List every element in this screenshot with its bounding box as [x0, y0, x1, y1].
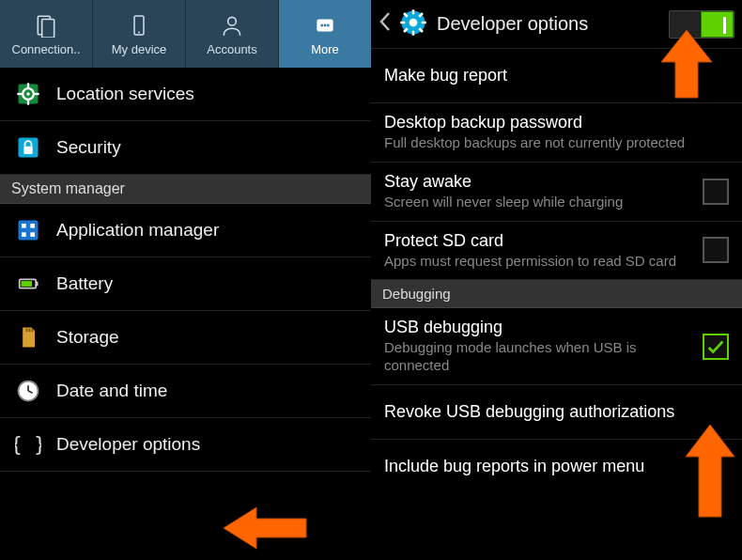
setting-subtitle: Debugging mode launches when USB is conn… — [384, 339, 693, 375]
gear-icon[interactable] — [399, 8, 427, 40]
usb-debugging-row[interactable]: USB debugging Debugging mode launches wh… — [371, 308, 742, 385]
developer-options-row[interactable]: { } Developer options — [0, 418, 371, 472]
svg-rect-21 — [22, 232, 26, 237]
svg-rect-22 — [30, 232, 35, 237]
svg-marker-33 — [224, 507, 306, 549]
more-icon — [312, 12, 338, 39]
application-manager-row[interactable]: Application manager — [0, 204, 371, 257]
connections-icon — [33, 12, 59, 39]
setting-title: Desktop backup password — [384, 113, 729, 132]
svg-text:{ }: { } — [15, 433, 41, 456]
tab-my-device[interactable]: My device — [93, 0, 186, 68]
desktop-backup-row[interactable]: Desktop backup password Full desktop bac… — [371, 103, 742, 163]
braces-icon: { } — [13, 429, 43, 459]
tab-label: More — [311, 42, 339, 56]
storage-row[interactable]: Storage — [0, 311, 371, 365]
svg-rect-20 — [30, 224, 35, 228]
date-time-row[interactable]: Date and time — [0, 365, 371, 418]
user-icon — [219, 12, 245, 39]
phone-icon — [126, 12, 152, 39]
svg-point-8 — [327, 23, 330, 26]
revoke-usb-row[interactable]: Revoke USB debugging authorizations — [371, 385, 742, 440]
svg-point-35 — [410, 18, 418, 26]
row-label: Developer options — [56, 434, 200, 455]
row-label: Battery — [56, 273, 113, 294]
row-label: Date and time — [56, 381, 167, 401]
row-label: Storage — [56, 327, 119, 348]
setting-subtitle: Screen will never sleep while charging — [384, 194, 693, 211]
annotation-arrow-left — [224, 503, 308, 557]
setting-title: Stay awake — [384, 172, 693, 192]
protect-sd-row[interactable]: Protect SD card Apps must request permis… — [371, 222, 742, 281]
svg-rect-24 — [36, 282, 38, 287]
svg-point-4 — [228, 17, 237, 25]
setting-title: Make bug report — [384, 66, 729, 86]
tab-accounts[interactable]: Accounts — [186, 0, 279, 68]
security-row[interactable]: Security — [0, 121, 371, 175]
svg-rect-1 — [42, 19, 54, 38]
svg-rect-19 — [22, 224, 26, 228]
setting-title: Include bug reports in power menu — [384, 457, 729, 476]
settings-list: Location services Security System manage… — [0, 68, 371, 472]
location-icon — [13, 79, 43, 109]
svg-rect-18 — [19, 221, 39, 241]
usb-debugging-checkbox[interactable] — [703, 334, 729, 360]
debugging-header: Debugging — [371, 280, 742, 308]
row-label: Location services — [56, 84, 194, 104]
svg-rect-17 — [23, 147, 32, 154]
stay-awake-row[interactable]: Stay awake Screen will never sleep while… — [371, 163, 742, 222]
location-services-row[interactable]: Location services — [0, 68, 371, 121]
settings-more-screen: Connection.. My device Accounts More — [0, 0, 371, 560]
tab-label: My device — [112, 42, 167, 56]
setting-subtitle: Apps must request permission to read SD … — [384, 253, 693, 271]
page-title: Developer options — [437, 13, 669, 35]
clock-icon — [13, 376, 43, 406]
include-bug-power-row[interactable]: Include bug reports in power menu — [371, 440, 742, 494]
master-toggle[interactable] — [669, 10, 734, 39]
protect-sd-checkbox[interactable] — [703, 237, 729, 263]
tab-label: Connection.. — [12, 42, 81, 56]
apps-icon — [13, 215, 43, 245]
battery-row[interactable]: Battery — [0, 257, 371, 311]
svg-rect-25 — [21, 281, 32, 287]
row-label: Application manager — [56, 220, 219, 241]
titlebar: Developer options — [371, 0, 742, 49]
settings-tabs: Connection.. My device Accounts More — [0, 0, 371, 68]
svg-point-11 — [26, 92, 30, 96]
setting-subtitle: Full desktop backups are not currently p… — [384, 134, 729, 152]
lock-icon — [13, 132, 43, 163]
svg-rect-26 — [26, 329, 28, 333]
tab-connections[interactable]: Connection.. — [0, 0, 93, 68]
setting-title: Protect SD card — [384, 231, 693, 251]
system-manager-header: System manager — [0, 175, 371, 204]
back-icon[interactable] — [379, 11, 395, 38]
make-bug-report-row[interactable]: Make bug report — [371, 49, 742, 103]
row-label: Security — [56, 137, 121, 158]
tab-more[interactable]: More — [279, 0, 371, 68]
sd-card-icon — [13, 322, 43, 352]
setting-title: USB debugging — [384, 318, 693, 337]
stay-awake-checkbox[interactable] — [703, 179, 729, 205]
svg-point-7 — [324, 23, 327, 26]
svg-point-3 — [138, 31, 140, 33]
battery-icon — [13, 269, 43, 299]
setting-title: Revoke USB debugging authorizations — [384, 402, 729, 422]
svg-point-6 — [320, 23, 323, 26]
svg-rect-28 — [32, 329, 34, 333]
developer-options-screen: Developer options Make bug report Deskto… — [371, 0, 742, 560]
tab-label: Accounts — [207, 42, 256, 56]
svg-rect-27 — [29, 329, 31, 333]
